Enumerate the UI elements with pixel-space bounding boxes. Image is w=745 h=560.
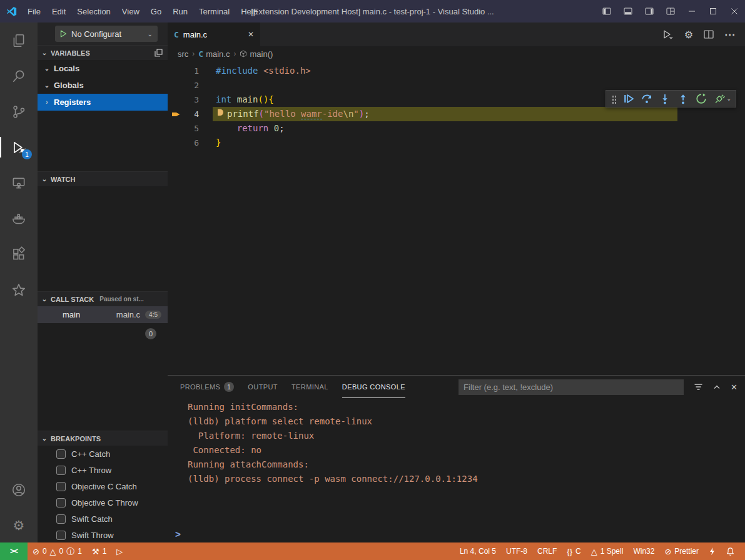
editor-settings-gear-icon[interactable]: ⚙ bbox=[684, 29, 693, 41]
toolbar-drag-handle[interactable] bbox=[612, 94, 617, 104]
breakpoint-checkbox[interactable] bbox=[56, 514, 66, 524]
toggle-sidebar-icon[interactable] bbox=[596, 0, 617, 22]
debug-config-dropdown[interactable]: No Configurat ⌄ bbox=[55, 26, 158, 42]
panel-tab-terminal[interactable]: TERMINAL bbox=[291, 376, 328, 398]
formatter-status[interactable]: ⊘ Prettier bbox=[659, 542, 704, 560]
step-into-icon[interactable] bbox=[656, 91, 674, 106]
close-window-icon[interactable] bbox=[724, 0, 745, 22]
variables-section-header[interactable]: ⌄ VARIABLES bbox=[38, 45, 168, 60]
remote-explorer-icon[interactable] bbox=[0, 165, 38, 201]
watch-section-header[interactable]: ⌄ WATCH bbox=[38, 171, 168, 186]
menu-view[interactable]: View bbox=[116, 0, 145, 22]
panel-tab-problems[interactable]: PROBLEMS1 bbox=[180, 376, 234, 398]
c-file-icon: C bbox=[174, 30, 179, 39]
breakpoint-checkbox[interactable] bbox=[56, 531, 66, 540]
editor-tab-main-c[interactable]: C main.c ✕ bbox=[168, 22, 260, 46]
run-or-debug-icon[interactable] bbox=[662, 29, 674, 39]
accounts-icon[interactable] bbox=[0, 472, 38, 508]
breadcrumb-src[interactable]: src bbox=[178, 49, 188, 59]
panel-tab-output[interactable]: OUTPUT bbox=[248, 376, 278, 398]
disconnect-icon[interactable] bbox=[711, 91, 728, 106]
source-control-icon[interactable] bbox=[0, 94, 38, 129]
menu-help[interactable]: Help bbox=[235, 0, 263, 22]
code-line[interactable]: 5 return 0; bbox=[168, 121, 745, 136]
ports-status[interactable]: ⚒ 1 bbox=[87, 542, 111, 560]
breakpoint-checkbox[interactable] bbox=[56, 449, 66, 459]
encoding-status[interactable]: UTF-8 bbox=[501, 542, 532, 560]
breakpoint-item-c-throw[interactable]: C++ Throw bbox=[38, 462, 168, 478]
panel-tab-label: TERMINAL bbox=[291, 383, 328, 391]
breakpoints-section: ⌄ BREAKPOINTS C++ CatchC++ ThrowObjectiv… bbox=[38, 431, 168, 542]
variables-item-locals[interactable]: ⌄Locals bbox=[38, 60, 168, 77]
breadcrumb-main[interactable]: main() bbox=[240, 49, 273, 59]
breakpoint-item-swift-catch[interactable]: Swift Catch bbox=[38, 511, 168, 527]
toggle-panel-icon[interactable] bbox=[617, 0, 639, 22]
customize-layout-icon[interactable] bbox=[660, 0, 681, 22]
platform-status[interactable]: Win32 bbox=[628, 542, 659, 560]
cursor-position-status[interactable]: Ln 4, Col 5 bbox=[455, 542, 501, 560]
restart-icon[interactable] bbox=[692, 91, 710, 106]
current-frame-arrow-icon[interactable] bbox=[168, 111, 184, 118]
symbol-icon bbox=[240, 50, 247, 58]
debug-console-input[interactable]: > bbox=[168, 526, 745, 542]
breadcrumb-main-c[interactable]: Cmain.c bbox=[198, 49, 230, 59]
breakpoint-item-c-catch[interactable]: C++ Catch bbox=[38, 446, 168, 462]
extensions-icon[interactable] bbox=[0, 236, 38, 272]
code-line[interactable]: 1#include <stdio.h> bbox=[168, 64, 745, 78]
breakpoints-section-header[interactable]: ⌄ BREAKPOINTS bbox=[38, 431, 168, 446]
console-filter-input[interactable] bbox=[459, 379, 684, 395]
eol-status[interactable]: CRLF bbox=[532, 542, 562, 560]
maximize-panel-icon[interactable] bbox=[712, 383, 721, 391]
feedback-status[interactable] bbox=[704, 542, 721, 560]
call-stack-frame[interactable]: main main.c 4:5 bbox=[38, 306, 168, 323]
more-actions-icon[interactable]: ⋯ bbox=[724, 28, 735, 41]
spell-checker-status[interactable]: △ 1 Spell bbox=[586, 542, 629, 560]
step-over-icon[interactable] bbox=[638, 91, 656, 106]
call-stack-section-header[interactable]: ⌄ CALL STACK Paused on st... bbox=[38, 291, 168, 306]
breakpoint-item-objective-c-throw[interactable]: Objective C Throw bbox=[38, 494, 168, 511]
breakpoint-checkbox[interactable] bbox=[56, 466, 66, 475]
menu-run[interactable]: Run bbox=[167, 0, 193, 22]
menu-terminal[interactable]: Terminal bbox=[193, 0, 235, 22]
split-editor-icon[interactable] bbox=[704, 30, 714, 39]
code-line[interactable]: 6} bbox=[168, 136, 745, 150]
breadcrumb-label: src bbox=[178, 49, 188, 59]
breakpoint-item-swift-throw[interactable]: Swift Throw bbox=[38, 527, 168, 542]
continue-icon[interactable] bbox=[620, 91, 637, 106]
code-editor[interactable]: 1#include <stdio.h>23int main(){4printf(… bbox=[168, 61, 745, 375]
open-panel-icon[interactable] bbox=[155, 49, 163, 57]
code-line[interactable]: 4printf("hello wamr-ide\n"); bbox=[168, 107, 745, 121]
filter-icon[interactable] bbox=[694, 382, 703, 391]
breakpoint-item-objective-c-catch[interactable]: Objective C Catch bbox=[38, 478, 168, 494]
watch-section: ⌄ WATCH bbox=[38, 171, 168, 291]
chevron-down-icon[interactable]: ⌄ bbox=[726, 96, 732, 102]
menu-file[interactable]: File bbox=[22, 0, 46, 22]
minimize-icon[interactable] bbox=[681, 0, 702, 22]
toggle-secondary-sidebar-icon[interactable] bbox=[639, 0, 660, 22]
menu-edit[interactable]: Edit bbox=[46, 0, 71, 22]
menu-selection[interactable]: Selection bbox=[71, 0, 116, 22]
remote-indicator[interactable]: >< bbox=[0, 542, 28, 560]
variables-item-registers[interactable]: ›Registers bbox=[38, 94, 168, 111]
step-out-icon[interactable] bbox=[674, 91, 692, 106]
variables-item-globals[interactable]: ⌄Globals bbox=[38, 77, 168, 94]
tab-close-icon[interactable]: ✕ bbox=[248, 30, 254, 39]
panel-tab-debug-console[interactable]: DEBUG CONSOLE bbox=[342, 376, 405, 398]
notifications-status[interactable] bbox=[721, 542, 740, 560]
search-icon[interactable] bbox=[0, 58, 38, 94]
settings-gear-icon[interactable]: ⚙ bbox=[0, 508, 38, 542]
debug-sidebar: No Configurat ⌄ ⌄ VARIABLES ⌄Locals⌄Glob… bbox=[38, 22, 168, 542]
debug-status[interactable]: ▷ bbox=[111, 542, 128, 560]
language-status[interactable]: {} C bbox=[562, 542, 585, 560]
tree-item-label: Globals bbox=[54, 81, 84, 90]
docker-icon[interactable] bbox=[0, 201, 38, 236]
run-and-debug-icon[interactable]: 1 bbox=[0, 129, 38, 165]
favorites-star-icon[interactable] bbox=[0, 272, 38, 308]
problems-status[interactable]: ⊘ 0 △ 0 ⓘ 1 bbox=[28, 542, 87, 560]
menu-go[interactable]: Go bbox=[145, 0, 167, 22]
breakpoint-checkbox[interactable] bbox=[56, 482, 66, 491]
close-panel-icon[interactable]: ✕ bbox=[731, 382, 737, 392]
breakpoint-checkbox[interactable] bbox=[56, 498, 66, 508]
explorer-icon[interactable] bbox=[0, 22, 38, 58]
maximize-icon[interactable] bbox=[702, 0, 724, 22]
